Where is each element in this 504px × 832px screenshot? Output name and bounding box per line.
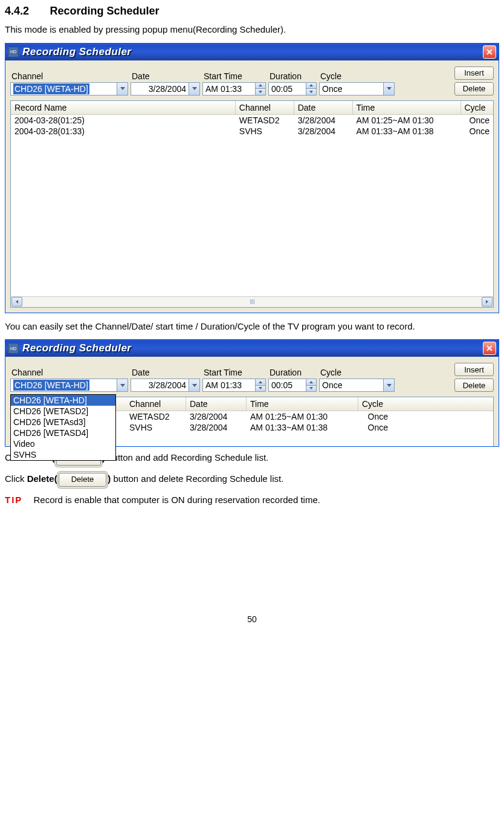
recording-scheduler-window-1: HD Recording Scheduler ✕ Channel CHD26 [… [5, 43, 499, 313]
delete-button-inline: Delete [59, 473, 107, 487]
list-header: Record Name Channel Date Time Cycle [11, 101, 493, 115]
tip-label: TIP [5, 495, 22, 505]
window-title: Recording Scheduler [22, 342, 483, 354]
scroll-left-icon[interactable] [11, 297, 22, 307]
dropdown-option[interactable]: CHD26 [WETAsd3] [11, 417, 115, 427]
chevron-up-icon[interactable] [306, 379, 316, 386]
insert-button[interactable]: Insert [454, 67, 494, 80]
list-item[interactable]: 2004-03-28(01:33) SVHS 3/28/2004 AM 01:3… [11, 126, 493, 137]
app-icon: HD [8, 47, 19, 57]
col-channel[interactable]: Channel [236, 101, 294, 114]
date-label: Date [131, 71, 200, 81]
starttime-label: Start Time [202, 71, 266, 81]
dropdown-option[interactable]: CHD26 [WETASD2] [11, 406, 115, 417]
cycle-label: Cycle [319, 71, 395, 81]
channel-combo[interactable]: CHD26 [WETA-HD] [10, 379, 128, 392]
chevron-down-icon[interactable] [189, 379, 199, 391]
col-date[interactable]: Date [186, 397, 247, 411]
chevron-down-icon[interactable] [256, 89, 265, 95]
delete-button[interactable]: Delete [454, 82, 494, 96]
titlebar: HD Recording Scheduler ✕ [5, 44, 499, 60]
titlebar: HD Recording Scheduler ✕ [5, 340, 499, 357]
cycle-combo[interactable]: Once [319, 379, 395, 392]
section-number: 4.4.2 [5, 5, 29, 18]
col-time[interactable]: Time [247, 397, 358, 411]
duration-label: Duration [268, 368, 317, 377]
app-icon: HD [8, 343, 19, 354]
recording-scheduler-window-2: HD Recording Scheduler ✕ Channel CHD26 [… [5, 339, 499, 447]
close-icon[interactable]: ✕ [483, 342, 496, 355]
date-combo[interactable]: 3/28/2004 [131, 379, 200, 392]
tip-line: TIP Record is enable that computer is ON… [5, 494, 499, 506]
chevron-down-icon[interactable] [117, 379, 128, 391]
col-date[interactable]: Date [294, 101, 353, 114]
dropdown-option[interactable]: SVHS [11, 449, 115, 460]
starttime-spinner[interactable]: AM 01:33 [202, 82, 266, 96]
col-cycle[interactable]: Cycle [461, 101, 493, 114]
duration-spinner[interactable]: 00:05 [268, 379, 317, 392]
dropdown-option[interactable]: CHD26 [WETA-HD] [11, 395, 115, 406]
intro-text: This mode is enabled by pressing popup m… [5, 24, 499, 36]
channel-label: Channel [10, 368, 128, 377]
chevron-up-icon[interactable] [256, 379, 265, 386]
insert-button[interactable]: Insert [454, 363, 494, 376]
chevron-down-icon[interactable] [256, 386, 265, 392]
section-title: Recording Scheduler [50, 5, 160, 17]
col-record-name[interactable]: Record Name [11, 101, 236, 114]
chevron-up-icon[interactable] [256, 83, 265, 89]
list-item[interactable]: 2004-03-28(01:25) WETASD2 3/28/2004 AM 0… [11, 115, 493, 126]
dropdown-option[interactable]: CHD26 [WETASD4] [11, 427, 115, 438]
chevron-down-icon[interactable] [189, 83, 199, 95]
scroll-right-icon[interactable] [482, 297, 493, 307]
chevron-down-icon[interactable] [306, 89, 316, 95]
channel-dropdown-list[interactable]: CHD26 [WETA-HD] CHD26 [WETASD2] CHD26 [W… [10, 394, 116, 461]
chevron-down-icon[interactable] [383, 83, 394, 95]
col-channel[interactable]: Channel [126, 397, 186, 411]
channel-combo[interactable]: CHD26 [WETA-HD] [10, 82, 128, 96]
close-icon[interactable]: ✕ [483, 45, 496, 59]
starttime-label: Start Time [202, 368, 266, 377]
dropdown-option[interactable]: Video [11, 438, 115, 449]
easily-text: You can easily set the Channel/Date/ sta… [5, 320, 499, 333]
date-combo[interactable]: 3/28/2004 [131, 82, 200, 96]
duration-spinner[interactable]: 00:05 [268, 82, 317, 96]
page-number: 50 [5, 614, 499, 624]
delete-button[interactable]: Delete [454, 379, 494, 392]
chevron-down-icon[interactable] [383, 379, 394, 391]
col-time[interactable]: Time [353, 101, 461, 114]
horizontal-scrollbar[interactable] [11, 296, 493, 307]
cycle-label: Cycle [319, 368, 395, 377]
date-label: Date [131, 368, 200, 377]
schedule-list: Record Name Channel Date Time Cycle 2004… [10, 100, 494, 308]
duration-label: Duration [268, 71, 317, 81]
chevron-down-icon[interactable] [117, 83, 128, 95]
col-cycle[interactable]: Cycle [358, 397, 392, 411]
window-title: Recording Scheduler [22, 46, 483, 58]
delete-instruction: Click Delete(Delete) button and delete R… [5, 473, 499, 487]
cycle-combo[interactable]: Once [319, 82, 395, 96]
chevron-up-icon[interactable] [306, 83, 316, 89]
channel-label: Channel [10, 71, 128, 81]
chevron-down-icon[interactable] [306, 386, 316, 392]
starttime-spinner[interactable]: AM 01:33 [202, 379, 266, 392]
